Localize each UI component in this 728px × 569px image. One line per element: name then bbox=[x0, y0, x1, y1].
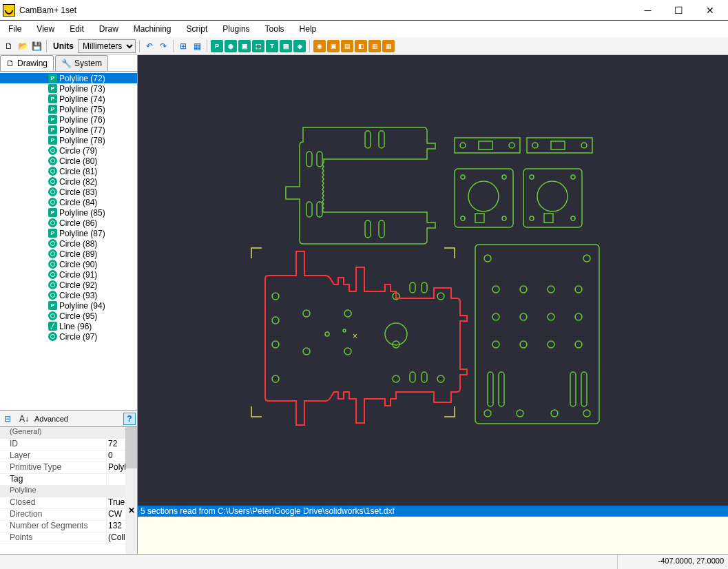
tree-item[interactable]: Circle (90) bbox=[0, 259, 137, 269]
circle-icon bbox=[48, 177, 57, 186]
tree-item[interactable]: Circle (97) bbox=[0, 331, 137, 342]
polyline-icon: P bbox=[48, 136, 57, 145]
tree-item[interactable]: Circle (91) bbox=[0, 269, 137, 280]
prop-scrollbar[interactable] bbox=[125, 427, 137, 554]
drill-icon[interactable]: ⬚ bbox=[252, 40, 264, 52]
tree-item[interactable]: Circle (95) bbox=[0, 311, 137, 321]
mop1-icon[interactable]: ◉ bbox=[313, 40, 326, 52]
menu-machining[interactable]: Machining bbox=[131, 23, 174, 35]
tree-item[interactable]: PPolyline (73) bbox=[0, 83, 137, 94]
help-icon[interactable]: ? bbox=[123, 413, 136, 425]
tree-item-label: Polyline (76) bbox=[59, 115, 105, 125]
svg-point-13 bbox=[581, 143, 587, 148]
tree-item[interactable]: Circle (93) bbox=[0, 290, 137, 300]
new-file-icon[interactable]: 🗋 bbox=[3, 40, 15, 52]
mop3-icon[interactable]: ▤ bbox=[341, 40, 353, 52]
mop2-icon[interactable]: ▣ bbox=[327, 40, 340, 52]
tree-item-label: Polyline (74) bbox=[59, 94, 105, 104]
svg-rect-11 bbox=[551, 141, 565, 149]
svg-rect-1 bbox=[379, 131, 384, 148]
redo-icon[interactable]: ↷ bbox=[157, 40, 169, 52]
svg-rect-28 bbox=[475, 245, 599, 424]
maximize-button[interactable]: ☐ bbox=[663, 0, 694, 20]
tree-item-label: Circle (88) bbox=[59, 239, 97, 249]
tree-item[interactable]: Circle (86) bbox=[0, 218, 137, 228]
svg-point-40 bbox=[575, 341, 582, 348]
grid-icon[interactable]: ⊞ bbox=[177, 40, 189, 52]
drawing-tree[interactable]: PPolyline (72)PPolyline (73)PPolyline (7… bbox=[0, 72, 137, 410]
svg-point-45 bbox=[484, 255, 491, 262]
units-select[interactable]: Millimeters bbox=[78, 39, 136, 53]
prop-row: DirectionCW bbox=[0, 509, 137, 521]
menu-view[interactable]: View bbox=[34, 23, 57, 35]
tree-item-label: Polyline (77) bbox=[59, 125, 105, 135]
tree-item-label: Polyline (78) bbox=[59, 136, 105, 145]
tree-item[interactable]: Circle (88) bbox=[0, 238, 137, 249]
mop4-icon[interactable]: ◧ bbox=[355, 40, 367, 52]
app-icon bbox=[3, 4, 15, 17]
text-icon[interactable]: T bbox=[266, 40, 278, 52]
grid2-icon[interactable]: ▦ bbox=[191, 40, 203, 52]
tree-item[interactable]: Circle (80) bbox=[0, 156, 137, 166]
tree-item[interactable]: Circle (83) bbox=[0, 187, 137, 197]
open-file-icon[interactable]: 📂 bbox=[17, 40, 29, 52]
output-area bbox=[138, 517, 728, 554]
mop5-icon[interactable]: ▥ bbox=[368, 40, 381, 52]
drawing-canvas[interactable]: × bbox=[138, 55, 728, 506]
tree-item[interactable]: ╱Line (96) bbox=[0, 321, 137, 331]
circle-icon bbox=[48, 280, 57, 289]
tree-item[interactable]: Circle (82) bbox=[0, 176, 137, 187]
close-msg-icon[interactable]: ✕ bbox=[128, 506, 135, 515]
menu-edit[interactable]: Edit bbox=[67, 23, 87, 35]
svg-point-18 bbox=[461, 216, 465, 220]
svg-point-39 bbox=[548, 341, 554, 348]
tree-item[interactable]: PPolyline (87) bbox=[0, 228, 137, 238]
tree-item-label: Circle (97) bbox=[59, 332, 97, 342]
profile-icon[interactable]: P bbox=[211, 40, 223, 52]
units-label: Units bbox=[50, 41, 76, 51]
tab-system[interactable]: 🔧System bbox=[55, 55, 108, 71]
undo-icon[interactable]: ↶ bbox=[143, 40, 156, 52]
tree-item[interactable]: Circle (84) bbox=[0, 197, 137, 207]
3d-icon[interactable]: ▤ bbox=[280, 40, 292, 52]
menu-help[interactable]: Help bbox=[297, 23, 320, 35]
minimize-button[interactable]: ─ bbox=[632, 0, 663, 20]
tree-item-label: Circle (80) bbox=[59, 156, 97, 166]
menu-tools[interactable]: Tools bbox=[262, 23, 287, 35]
tree-item[interactable]: Circle (79) bbox=[0, 145, 137, 156]
tree-item[interactable]: PPolyline (74) bbox=[0, 94, 137, 104]
polyline-icon: P bbox=[48, 301, 57, 310]
tree-item[interactable]: PPolyline (78) bbox=[0, 135, 137, 145]
pocket-icon[interactable]: ◉ bbox=[225, 40, 237, 52]
tree-item[interactable]: PPolyline (76) bbox=[0, 114, 137, 125]
advanced-label[interactable]: Advanced bbox=[34, 415, 68, 423]
tree-item[interactable]: PPolyline (77) bbox=[0, 125, 137, 135]
engrave-icon[interactable]: ▣ bbox=[238, 40, 251, 52]
prop-row: Primitive TypePolyline bbox=[0, 462, 137, 474]
tab-drawing[interactable]: 🗋Drawing bbox=[0, 55, 54, 71]
tree-item[interactable]: Circle (81) bbox=[0, 166, 137, 176]
tree-item-label: Circle (86) bbox=[59, 218, 97, 228]
categorize-icon[interactable]: ⊟ bbox=[1, 413, 14, 425]
svg-point-55 bbox=[303, 310, 310, 317]
tree-item[interactable]: PPolyline (85) bbox=[0, 207, 137, 218]
property-grid[interactable]: (General) ID72 Layer0 Primitive TypePoly… bbox=[0, 426, 137, 554]
close-button[interactable]: ✕ bbox=[694, 0, 725, 20]
tree-item[interactable]: PPolyline (75) bbox=[0, 104, 137, 114]
lathe-icon[interactable]: ◈ bbox=[293, 40, 306, 52]
tree-item[interactable]: Circle (92) bbox=[0, 280, 137, 290]
menu-script[interactable]: Script bbox=[184, 23, 211, 35]
svg-point-23 bbox=[530, 175, 534, 179]
save-file-icon[interactable]: 💾 bbox=[30, 40, 43, 52]
separator bbox=[139, 40, 140, 52]
menu-file[interactable]: File bbox=[6, 23, 24, 35]
tree-item[interactable]: Circle (89) bbox=[0, 249, 137, 259]
sort-icon[interactable]: A↓ bbox=[18, 413, 30, 425]
svg-point-57 bbox=[344, 310, 351, 317]
mop6-icon[interactable]: ▦ bbox=[382, 40, 395, 52]
tree-item[interactable]: PPolyline (94) bbox=[0, 300, 137, 311]
menu-plugins[interactable]: Plugins bbox=[220, 23, 252, 35]
tree-item[interactable]: PPolyline (72) bbox=[0, 73, 137, 83]
menu-draw[interactable]: Draw bbox=[96, 23, 121, 35]
polyline-icon: P bbox=[48, 208, 57, 217]
